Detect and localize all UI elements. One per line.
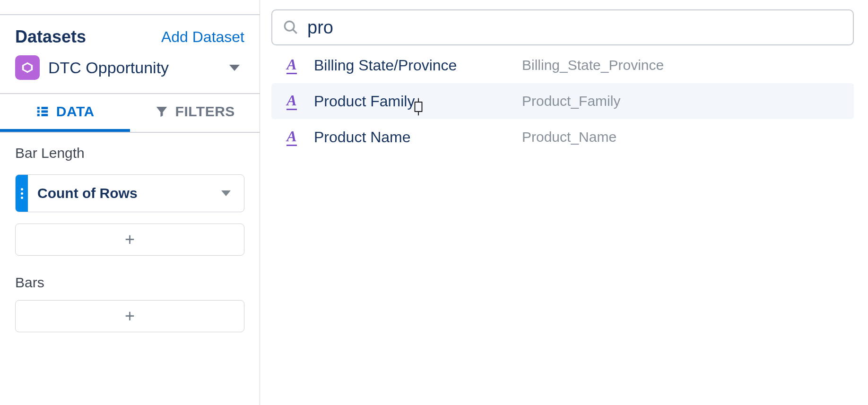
tab-data[interactable]: DATA xyxy=(0,94,130,132)
text-field-icon: A xyxy=(281,93,303,110)
svg-rect-2 xyxy=(37,107,40,109)
tabs: DATA FILTERS xyxy=(0,94,260,133)
add-dataset-link[interactable]: Add Dataset xyxy=(161,28,244,46)
svg-rect-7 xyxy=(41,114,48,116)
tab-data-label: DATA xyxy=(56,103,95,120)
plus-icon: + xyxy=(125,230,135,250)
result-row[interactable]: ABilling State/ProvinceBilling_State_Pro… xyxy=(271,47,854,83)
dataset-selector[interactable]: DTC Opportunity xyxy=(0,47,260,94)
drag-handle-icon[interactable] xyxy=(16,175,28,212)
svg-rect-3 xyxy=(41,107,48,109)
result-row[interactable]: AProduct FamilyProduct_Family xyxy=(271,83,854,119)
tab-filters[interactable]: FILTERS xyxy=(130,94,260,132)
text-field-icon: A xyxy=(281,129,303,146)
text-field-icon: A xyxy=(281,57,303,74)
bars-label: Bars xyxy=(15,275,244,291)
search-input[interactable] xyxy=(307,17,842,38)
svg-line-9 xyxy=(293,29,297,34)
search-results: ABilling State/ProvinceBilling_State_Pro… xyxy=(271,47,854,155)
bar-length-value: Count of Rows xyxy=(28,185,221,201)
result-row[interactable]: AProduct NameProduct_Name xyxy=(271,119,854,155)
result-label: Product Family xyxy=(314,93,522,110)
search-icon xyxy=(283,19,299,35)
bars-section: Bars xyxy=(0,262,260,293)
tab-filters-label: FILTERS xyxy=(175,103,235,120)
result-label: Billing State/Province xyxy=(314,57,522,74)
svg-rect-5 xyxy=(41,111,48,113)
field-picker-panel: ABilling State/ProvinceBilling_State_Pro… xyxy=(260,0,868,405)
chevron-down-icon xyxy=(221,190,231,196)
dataset-name: DTC Opportunity xyxy=(48,59,229,77)
datasets-header: Datasets Add Dataset xyxy=(0,14,260,47)
dataset-icon xyxy=(15,55,40,80)
add-bars-button[interactable]: + xyxy=(15,300,244,332)
bar-length-label: Bar Length xyxy=(15,145,244,161)
svg-rect-4 xyxy=(37,111,40,113)
svg-point-8 xyxy=(285,21,294,31)
search-box[interactable] xyxy=(271,9,854,45)
result-label: Product Name xyxy=(314,129,522,146)
bar-length-section: Bar Length xyxy=(0,133,260,164)
datasets-title: Datasets xyxy=(15,27,86,47)
plus-icon: + xyxy=(125,306,135,326)
result-api-name: Product_Name xyxy=(522,129,616,145)
sidebar: Datasets Add Dataset DTC Opportunity DAT… xyxy=(0,0,260,405)
chevron-down-icon xyxy=(229,65,240,71)
bar-length-field[interactable]: Count of Rows xyxy=(15,174,244,212)
result-api-name: Product_Family xyxy=(522,93,620,109)
result-api-name: Billing_State_Province xyxy=(522,57,664,73)
svg-rect-6 xyxy=(37,114,40,116)
add-bar-length-button[interactable]: + xyxy=(15,224,244,256)
